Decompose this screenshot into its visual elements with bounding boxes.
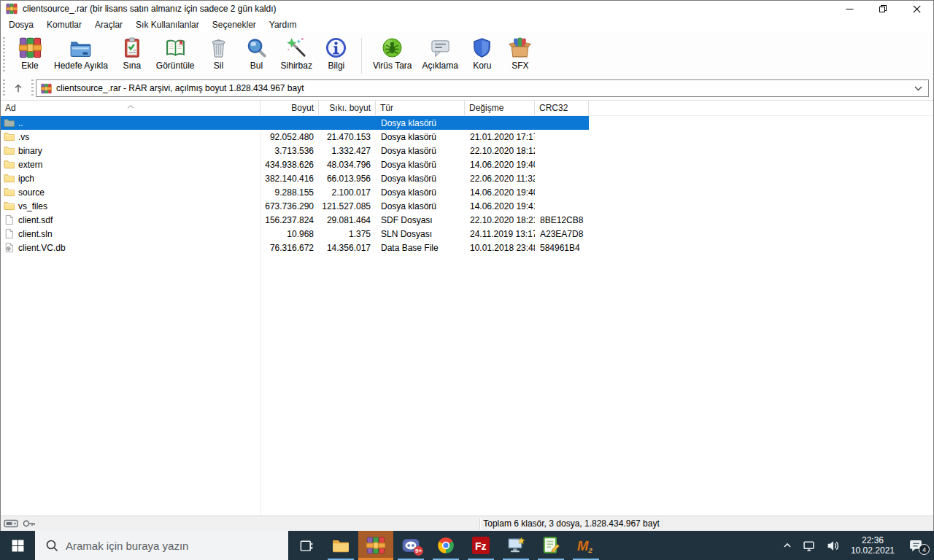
taskbar-clock[interactable]: 22:36 10.02.2021 [845,535,900,556]
remote-desktop-icon [506,536,525,555]
up-directory-button[interactable] [7,79,29,98]
file-packed: 29.081.464 [319,213,376,227]
toolbar-grip[interactable] [3,37,5,72]
volume-icon [825,540,841,552]
taskbar-app-filezilla[interactable]: Fz [463,531,498,560]
table-row-parent-dir[interactable]: .. Dosya klasörü [1,116,589,130]
taskbar-app-notepad-plus-plus[interactable] [533,531,568,560]
notification-count-badge: 4 [919,544,930,555]
table-row-source[interactable]: source 9.288.155 2.100.017 Dosya klasörü… [1,185,589,199]
add-archive-icon [18,36,42,60]
table-row-client-sln[interactable]: client.sln 10.968 1.375 SLN Dosyası 24.1… [1,227,589,241]
menu-dosya[interactable]: Dosya [2,18,40,32]
file-name: client.sln [18,229,53,239]
menu-yardim[interactable]: Yardım [263,18,304,32]
file-packed: 48.034.796 [319,158,376,171]
drive-status-button[interactable] [3,518,19,530]
view-button[interactable]: Görüntüle [151,35,200,72]
info-button[interactable]: Bilgi [317,35,355,72]
close-button[interactable] [900,1,933,17]
taskbar-app-discord[interactable]: 9+ [393,531,428,560]
chevron-up-icon [781,540,793,551]
file-type: SDF Dosyası [376,213,465,227]
add-button[interactable]: Ekle [11,35,49,72]
desktop-screen: clientsource_.rar (bir lisans satın alma… [0,0,934,560]
file-list[interactable]: .. Dosya klasörü .vs 92.052.480 21.470.1… [1,116,933,516]
combobox-dropdown-icon[interactable] [913,86,924,91]
folder-icon [4,201,15,211]
table-row-vs[interactable]: .vs 92.052.480 21.470.153 Dosya klasörü … [1,130,589,144]
file-packed: 121.527.085 [319,199,376,213]
delete-button[interactable]: Sil [200,35,238,72]
taskbar-search[interactable] [35,531,288,560]
folder-icon [4,131,15,142]
title-bar[interactable]: clientsource_.rar (bir lisans satın alma… [1,1,933,17]
column-header-type[interactable]: Tür [376,101,465,115]
file-modified: 14.06.2020 19:41 [465,199,535,213]
address-grip[interactable] [3,79,5,97]
file-crc [535,171,589,185]
wizard-button[interactable]: Sihirbaz [276,35,317,72]
taskbar-app-chrome[interactable] [428,531,463,560]
archive-path-combobox[interactable]: clientsource_.rar - RAR arşivi, açılmış … [36,79,929,97]
search-input[interactable] [66,540,263,552]
taskbar-app-winrar[interactable] [358,531,393,560]
table-row-vs-files[interactable]: vs_files 673.736.290 121.527.085 Dosya k… [1,199,589,213]
test-button[interactable]: Sına [113,35,151,72]
taskbar-app-remote-desktop[interactable] [498,531,533,560]
close-icon [913,5,921,13]
table-row-client-vc-db[interactable]: client.VC.db 76.316.672 14.356.017 Data … [1,241,589,254]
search-icon [45,539,58,552]
table-row-binary[interactable]: binary 3.713.536 1.332.427 Dosya klasörü… [1,144,589,158]
delete-icon [207,36,231,60]
tray-expand-button[interactable] [777,531,798,560]
column-header-size[interactable]: Boyut [260,101,319,115]
table-row-extern[interactable]: extern 434.938.626 48.034.796 Dosya klas… [1,158,589,171]
window-controls [833,1,933,17]
file-packed: 1.375 [319,227,376,241]
find-button[interactable]: Bul [238,35,276,72]
network-status-button[interactable] [798,531,821,560]
column-header-modified[interactable]: Değişme [465,101,535,115]
address-grip-2[interactable] [31,79,34,97]
info-icon [324,36,348,60]
table-row-ipch[interactable]: ipch 382.140.416 66.013.956 Dosya klasör… [1,171,589,185]
file-modified: 10.01.2018 23:48 [465,241,535,254]
comment-button[interactable]: Açıklama [417,35,463,72]
virus-scan-button[interactable]: Virüs Tara [368,35,417,72]
restore-button[interactable] [866,1,900,17]
sfx-button[interactable]: SFX [501,35,539,72]
task-view-button[interactable] [288,531,323,560]
taskbar-app-metin2[interactable]: M 2 [568,531,603,560]
column-header-row: Ad Boyut Sıkı. boyut Tür Değişme CRC32 [1,101,933,116]
column-header-crc32[interactable]: CRC32 [535,101,589,115]
password-key-button[interactable] [21,518,37,530]
key-icon [22,518,36,529]
volume-button[interactable] [821,531,845,560]
file-packed [319,116,376,130]
menu-sik-kullanilanlar[interactable]: Sık Kullanılanlar [129,18,206,32]
file-modified [465,116,535,130]
file-size: 3.713.536 [260,144,319,158]
chrome-icon [436,536,455,555]
column-header-packed[interactable]: Sıkı. boyut [319,101,376,115]
file-explorer-icon [331,536,350,555]
menu-araclar[interactable]: Araçlar [88,18,129,32]
table-row-client-sdf[interactable]: client.sdf 156.237.824 29.081.464 SDF Do… [1,213,589,227]
winrar-archive-icon [41,83,52,94]
extract-to-button[interactable]: Hedefe Ayıkla [49,35,113,72]
file-crc [535,116,589,130]
file-name: .vs [18,132,29,142]
file-type: Data Base File [376,241,465,254]
start-button[interactable] [0,531,35,560]
minimize-button[interactable] [833,1,866,17]
protect-button[interactable]: Koru [463,35,501,72]
menu-secenekler[interactable]: Seçenekler [206,18,263,32]
menu-bar: Dosya Komutlar Araçlar Sık Kullanılanlar… [1,17,933,33]
taskbar-app-file-explorer[interactable] [323,531,358,560]
menu-komutlar[interactable]: Komutlar [40,18,88,32]
file-size: 156.237.824 [260,213,319,227]
column-header-filler [589,101,933,115]
total-summary: Toplam 6 klasör, 3 dosya, 1.828.434.967 … [481,518,662,529]
action-center-button[interactable]: 4 [900,531,931,560]
